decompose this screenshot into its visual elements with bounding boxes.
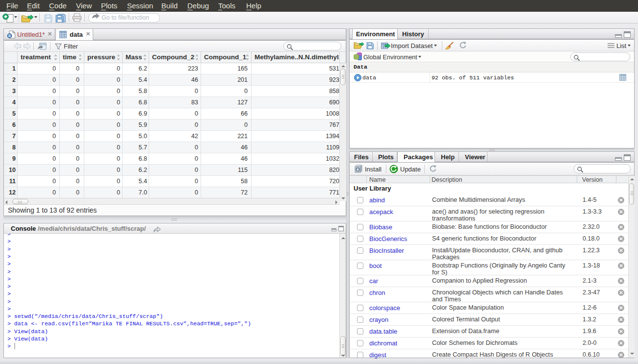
svg-text:R: R	[8, 34, 11, 38]
